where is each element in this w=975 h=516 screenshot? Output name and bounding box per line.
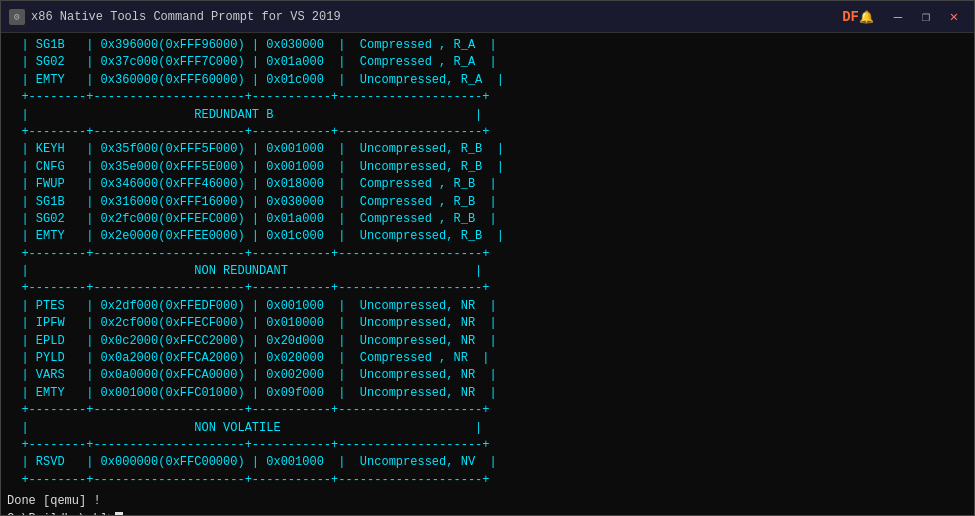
- console-line: +--------+---------------------+--------…: [7, 402, 968, 419]
- console-line: | CNFG | 0x35e000(0xFFF5E000) | 0x001000…: [7, 159, 968, 176]
- console-line: | EMTY | 0x2e0000(0xFFEE0000) | 0x01c000…: [7, 228, 968, 245]
- console-output: | SG1B | 0x396000(0xFFF96000) | 0x030000…: [7, 37, 968, 489]
- console-line: | SG02 | 0x37c000(0xFFF7C000) | 0x01a000…: [7, 54, 968, 71]
- console-line: | EMTY | 0x360000(0xFFF60000) | 0x01c000…: [7, 72, 968, 89]
- console-line: | EPLD | 0x0c2000(0xFFCC2000) | 0x20d000…: [7, 333, 968, 350]
- restore-button[interactable]: ❐: [914, 7, 938, 27]
- console-line: | FWUP | 0x346000(0xFFF46000) | 0x018000…: [7, 176, 968, 193]
- console-line: | SG1B | 0x316000(0xFFF16000) | 0x030000…: [7, 194, 968, 211]
- console-line: +--------+---------------------+--------…: [7, 437, 968, 454]
- title-bar-text: x86 Native Tools Command Prompt for VS 2…: [31, 10, 842, 24]
- console-line: | PYLD | 0x0a2000(0xFFCA2000) | 0x020000…: [7, 350, 968, 367]
- done-line: Done [qemu] !: [7, 493, 968, 510]
- app-icon: ⚙: [9, 9, 25, 25]
- console-line: +--------+---------------------+--------…: [7, 89, 968, 106]
- prompt-line: C:\Buildbs\sbl>: [7, 511, 968, 515]
- console-line: +--------+---------------------+--------…: [7, 246, 968, 263]
- console-line: | NON REDUNDANT |: [7, 263, 968, 280]
- window: ⚙ x86 Native Tools Command Prompt for VS…: [0, 0, 975, 516]
- minimize-button[interactable]: —: [886, 7, 910, 27]
- console-line: | RSVD | 0x000000(0xFFC00000) | 0x001000…: [7, 454, 968, 471]
- console-line: | VARS | 0x0a0000(0xFFCA0000) | 0x002000…: [7, 367, 968, 384]
- cursor: [115, 512, 123, 515]
- console-line: | SG1B | 0x396000(0xFFF96000) | 0x030000…: [7, 37, 968, 54]
- console-line: | IPFW | 0x2cf000(0xFFECF000) | 0x010000…: [7, 315, 968, 332]
- console-line: | SG02 | 0x2fc000(0xFFEFC000) | 0x01a000…: [7, 211, 968, 228]
- console-line: +--------+---------------------+--------…: [7, 472, 968, 489]
- console-line: | NON VOLATILE |: [7, 420, 968, 437]
- brand-label: DF🔔: [842, 9, 874, 25]
- title-bar: ⚙ x86 Native Tools Command Prompt for VS…: [1, 1, 974, 33]
- close-button[interactable]: ✕: [942, 7, 966, 27]
- console-line: +--------+---------------------+--------…: [7, 124, 968, 141]
- console-line: | REDUNDANT B |: [7, 107, 968, 124]
- console-line: | PTES | 0x2df000(0xFFEDF000) | 0x001000…: [7, 298, 968, 315]
- console-line: +--------+---------------------+--------…: [7, 280, 968, 297]
- console-line: | KEYH | 0x35f000(0xFFF5F000) | 0x001000…: [7, 141, 968, 158]
- title-bar-controls: DF🔔 — ❐ ✕: [842, 7, 966, 27]
- console-line: | EMTY | 0x001000(0xFFC01000) | 0x09f000…: [7, 385, 968, 402]
- console-body: | SG1B | 0x396000(0xFFF96000) | 0x030000…: [1, 33, 974, 515]
